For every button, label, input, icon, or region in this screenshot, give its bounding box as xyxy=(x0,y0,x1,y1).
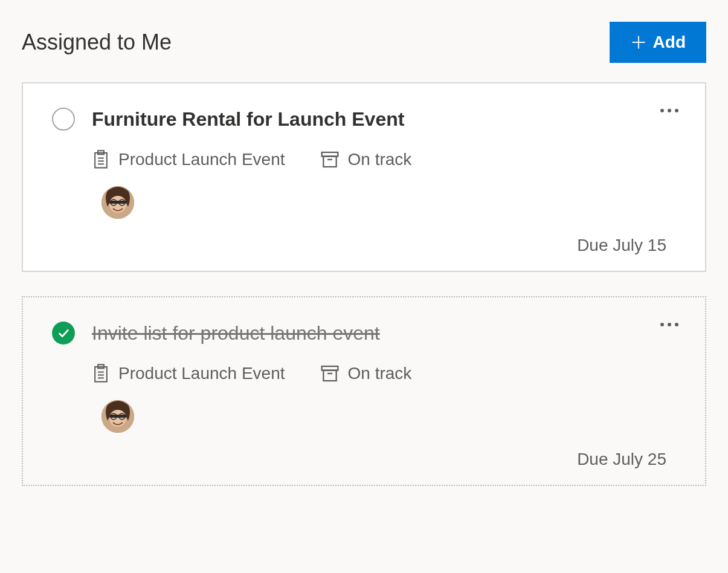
more-options-button[interactable] xyxy=(660,109,678,112)
svg-rect-2 xyxy=(95,153,107,168)
task-project-label: Product Launch Event xyxy=(118,364,285,383)
check-icon xyxy=(57,326,70,340)
page-title: Assigned to Me xyxy=(22,30,172,55)
task-card[interactable]: Invite list for product launch event Pro… xyxy=(22,296,706,486)
add-button[interactable]: Add xyxy=(610,22,706,63)
task-title: Furniture Rental for Launch Event xyxy=(92,108,404,131)
complete-toggle[interactable] xyxy=(52,322,75,345)
task-status-label: On track xyxy=(348,150,412,169)
task-meta: Product Launch Event On track xyxy=(92,150,676,169)
header: Assigned to Me Add xyxy=(22,22,706,63)
task-assignees xyxy=(101,400,676,433)
task-card[interactable]: Furniture Rental for Launch Event Produc… xyxy=(22,82,706,272)
archive-icon xyxy=(320,364,340,383)
archive-icon xyxy=(320,151,340,169)
svg-rect-15 xyxy=(95,367,107,382)
plus-icon xyxy=(630,34,647,51)
task-title: Invite list for product launch event xyxy=(92,322,380,345)
task-status: On track xyxy=(320,364,412,383)
task-due: Due July 15 xyxy=(52,236,666,255)
task-status: On track xyxy=(320,150,412,169)
more-options-button[interactable] xyxy=(660,323,678,326)
clipboard-icon xyxy=(92,364,110,383)
task-title-row: Furniture Rental for Launch Event xyxy=(52,108,676,131)
avatar[interactable] xyxy=(101,400,134,433)
avatar[interactable] xyxy=(101,186,134,219)
svg-rect-8 xyxy=(323,157,336,167)
task-project: Product Launch Event xyxy=(92,364,285,383)
task-status-label: On track xyxy=(348,364,412,383)
svg-rect-21 xyxy=(323,371,336,381)
task-title-row: Invite list for product launch event xyxy=(52,322,676,345)
task-meta: Product Launch Event On track xyxy=(92,364,676,383)
clipboard-icon xyxy=(92,150,110,169)
svg-rect-12 xyxy=(109,201,126,204)
svg-rect-25 xyxy=(109,415,126,418)
task-due: Due July 25 xyxy=(52,450,666,469)
task-project-label: Product Launch Event xyxy=(118,150,285,169)
task-assignees xyxy=(101,186,676,219)
complete-toggle[interactable] xyxy=(52,108,75,131)
task-project: Product Launch Event xyxy=(92,150,285,169)
add-button-label: Add xyxy=(653,33,686,52)
